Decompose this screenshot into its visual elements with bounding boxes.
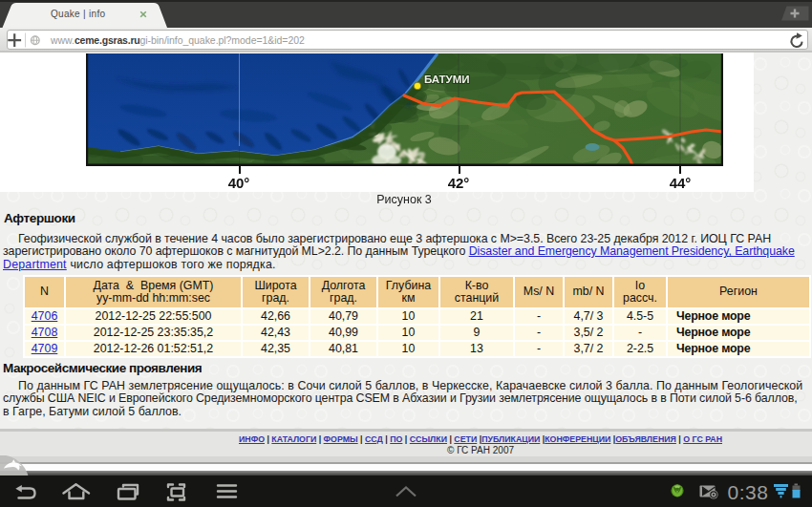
svg-text:0:38: 0:38 bbox=[728, 481, 769, 503]
svg-text:БАТУМИ: БАТУМИ bbox=[424, 74, 470, 85]
